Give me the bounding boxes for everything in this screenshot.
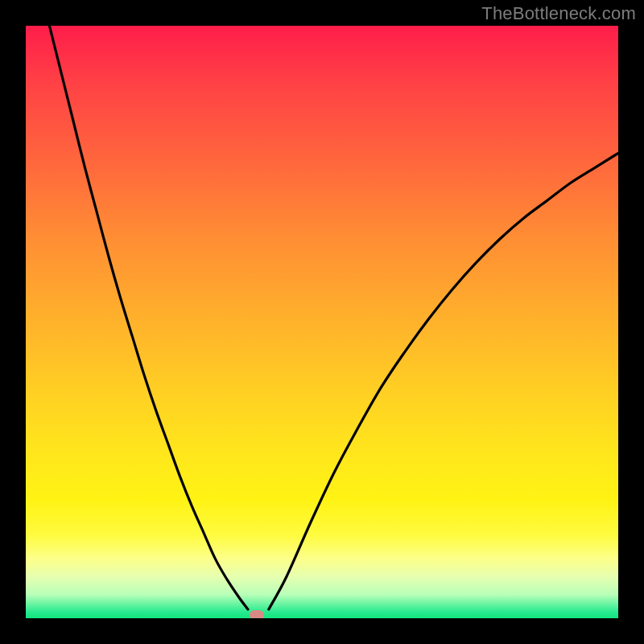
plot-area bbox=[26, 26, 618, 618]
curve-layer bbox=[26, 26, 618, 618]
bottleneck-marker bbox=[250, 610, 264, 618]
watermark-text: TheBottleneck.com bbox=[481, 3, 636, 24]
curve-left bbox=[49, 26, 248, 609]
outer-frame: TheBottleneck.com bbox=[0, 0, 644, 644]
curve-right bbox=[269, 153, 618, 609]
